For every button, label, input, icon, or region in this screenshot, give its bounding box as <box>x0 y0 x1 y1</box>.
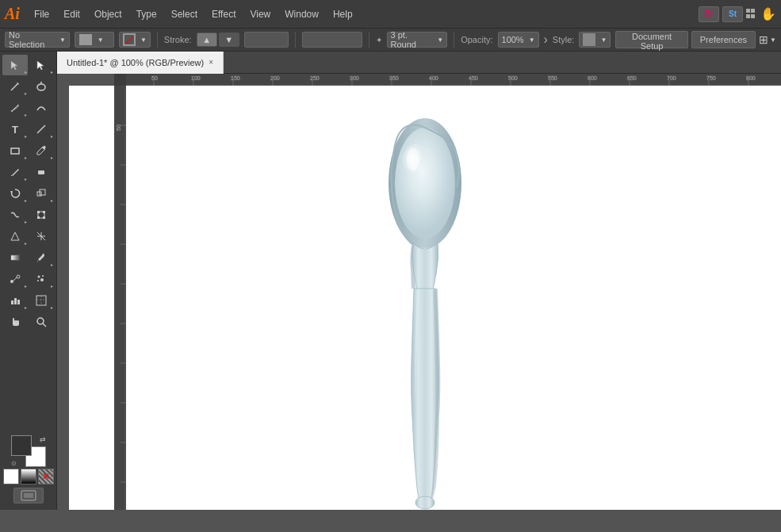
fg-bg-colors: ⇄ ⊙ <box>11 435 46 467</box>
svg-line-22 <box>37 261 38 262</box>
brush-size-dropdown[interactable]: 3 pt. Round ▼ <box>387 32 448 48</box>
canvas-tab-bar: Untitled-1* @ 100% (RGB/Preview) × <box>57 52 781 74</box>
menu-view[interactable]: View <box>243 6 277 23</box>
svg-rect-14 <box>37 211 40 213</box>
svg-point-95 <box>407 148 419 170</box>
gradient-tool-btn[interactable] <box>2 247 28 268</box>
blend-tool-btn[interactable]: ▸ <box>2 269 28 289</box>
magic-wand-btn[interactable]: ▸ <box>2 76 28 97</box>
pen-tool-btn[interactable]: ▸ <box>2 98 28 118</box>
scale-tool-btn[interactable]: ▸ <box>29 183 54 204</box>
svg-rect-32 <box>17 300 20 304</box>
pencil-tool-btn[interactable]: ▸ <box>2 162 28 182</box>
lasso-tool-btn[interactable] <box>29 76 54 97</box>
svg-text:550: 550 <box>548 75 557 81</box>
canvas-document[interactable] <box>69 86 781 510</box>
svg-line-8 <box>11 175 12 176</box>
tool-row-3: ▸ <box>2 98 55 118</box>
menu-object[interactable]: Object <box>88 6 128 23</box>
rectangle-tool-btn[interactable]: ▸ <box>2 140 28 161</box>
opacity-more-btn[interactable]: › <box>544 33 548 47</box>
svg-text:350: 350 <box>389 75 399 81</box>
menu-edit[interactable]: Edit <box>57 6 86 23</box>
symbol-sprayer-btn[interactable]: ▸ <box>29 269 54 289</box>
column-graph-btn[interactable]: ▸ <box>2 290 28 311</box>
stock-icon-btn[interactable]: St <box>722 6 743 22</box>
screen-mode-btn[interactable] <box>13 488 44 503</box>
preferences-btn[interactable]: Preferences <box>691 31 756 48</box>
canvas-tab-close-btn[interactable]: × <box>209 58 213 67</box>
menu-help[interactable]: Help <box>327 6 359 23</box>
menu-type[interactable]: Type <box>130 6 163 23</box>
hand-tool-icon[interactable]: ✋ <box>760 6 776 21</box>
style-dropdown[interactable]: ▼ <box>579 32 611 48</box>
stroke-up-btn[interactable]: ▲ <box>197 33 217 47</box>
direct-selection-tool-btn[interactable]: ▸ <box>29 55 54 75</box>
menu-window[interactable]: Window <box>278 6 325 23</box>
line-tool-btn[interactable]: ▸ <box>29 119 54 140</box>
svg-rect-21 <box>11 255 19 260</box>
selection-tool-btn[interactable]: ▸ <box>2 55 28 75</box>
svg-text:300: 300 <box>350 75 359 81</box>
stroke-down-btn[interactable]: ▼ <box>219 33 239 47</box>
curvature-tool-btn[interactable] <box>29 98 54 118</box>
divider-1 <box>157 32 158 48</box>
menu-effect[interactable]: Effect <box>205 6 242 23</box>
type-tool-btn[interactable]: T ▸ <box>2 119 28 140</box>
hand-tool-btn[interactable] <box>2 312 28 332</box>
zoom-tool-btn[interactable] <box>29 312 54 332</box>
foreground-color-swatch[interactable] <box>11 435 32 456</box>
document-setup-btn[interactable]: Document Setup <box>615 31 687 48</box>
svg-rect-17 <box>37 216 40 219</box>
arrange-icons[interactable]: ⊞ ▼ <box>759 31 776 48</box>
fill-color-btn[interactable]: ▼ <box>75 32 114 48</box>
slice-tool-btn[interactable]: ▸ <box>29 290 54 311</box>
mesh-tool-btn[interactable] <box>29 226 54 247</box>
svg-text:50: 50 <box>116 124 121 131</box>
scroll-corner <box>114 74 126 86</box>
rotate-tool-btn[interactable]: ▸ <box>2 183 28 204</box>
swap-colors-icon[interactable]: ⇄ <box>40 435 46 443</box>
svg-text:500: 500 <box>508 75 518 81</box>
brush-size-label: ✦ <box>376 36 382 44</box>
reset-colors-icon[interactable]: ⊙ <box>11 460 17 467</box>
svg-text:750: 750 <box>706 75 716 81</box>
canvas-tab[interactable]: Untitled-1* @ 100% (RGB/Preview) × <box>57 52 224 74</box>
svg-point-36 <box>37 318 44 324</box>
eyedropper-tool-btn[interactable]: ▸ <box>29 247 54 268</box>
svg-point-23 <box>10 280 13 283</box>
svg-point-2 <box>37 84 45 90</box>
perspective-grid-btn[interactable]: ▸ <box>2 226 28 247</box>
eraser-tool-btn[interactable] <box>29 162 54 182</box>
warp-tool-btn[interactable]: ▸ <box>2 205 28 225</box>
opacity-dropdown[interactable]: 100% ▼ <box>498 32 539 48</box>
main-area: ▸ ▸ ▸ ▸ <box>0 52 781 510</box>
svg-rect-31 <box>14 298 17 304</box>
color-swatches: ⇄ ⊙ ✕ <box>2 435 55 507</box>
tool-row-8: ▸ <box>2 205 55 225</box>
canvas-tab-title: Untitled-1* @ 100% (RGB/Preview) <box>67 58 204 67</box>
selection-dropdown[interactable]: No Selection ▼ <box>5 32 70 48</box>
stroke-color-box[interactable] <box>302 32 362 48</box>
bridge-icon-btn[interactable]: Br <box>699 6 719 22</box>
svg-point-4 <box>11 110 13 112</box>
svg-rect-30 <box>11 300 13 304</box>
svg-text:50: 50 <box>151 75 158 81</box>
paintbrush-tool-btn[interactable]: ▸ <box>29 140 54 161</box>
svg-line-0 <box>11 84 17 90</box>
tool-row-1: ▸ ▸ <box>2 55 55 75</box>
options-bar: No Selection ▼ ▼ ▼ Stroke: ▲ ▼ ✦ 3 pt. R… <box>0 28 781 52</box>
stroke-value-box[interactable] <box>244 32 289 48</box>
ruler-vertical: 50 <box>114 86 126 510</box>
ruler-horizontal: 50 100 150 200 250 300 350 400 450 500 5… <box>114 74 781 86</box>
menu-select[interactable]: Select <box>165 6 204 23</box>
tool-row-2: ▸ <box>2 76 55 97</box>
free-transform-btn[interactable] <box>29 205 54 225</box>
apps-grid-icon[interactable] <box>746 9 757 20</box>
normal-mode-icon[interactable] <box>3 469 19 484</box>
pattern-mode-icon[interactable]: ✕ <box>38 469 54 484</box>
gradient-mode-icon[interactable] <box>21 469 36 484</box>
spoon-illustration <box>69 117 781 510</box>
fill-none-btn[interactable]: ▼ <box>119 32 151 48</box>
menu-file[interactable]: File <box>28 6 56 23</box>
